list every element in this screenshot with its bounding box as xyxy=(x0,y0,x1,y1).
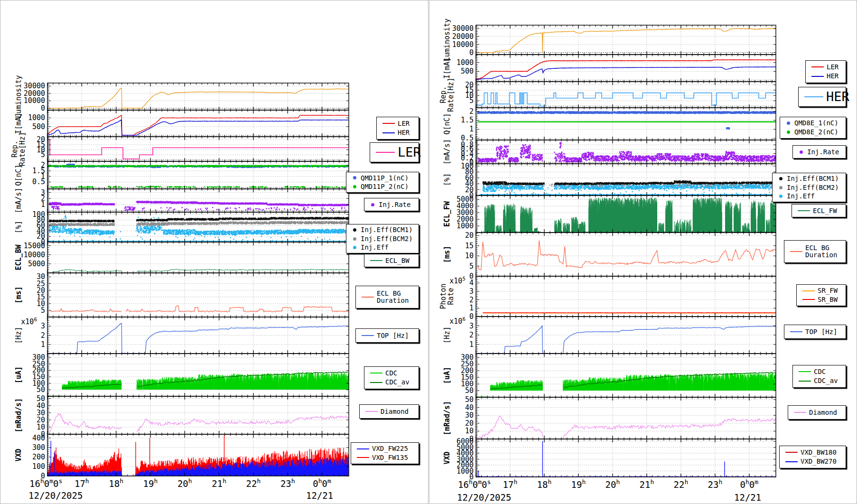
legend-marker-vxd-bw270 xyxy=(785,461,798,462)
legend-marker-ler xyxy=(811,66,824,67)
subplot-left-rep-rate: 5101520Rep.Rate[Hz] xyxy=(10,132,349,166)
legend-marker-cdc xyxy=(799,371,811,372)
ytick-label: 2 xyxy=(469,107,474,116)
legend-marker-inj-eff xyxy=(353,246,356,249)
legend-label: QMD8E_1(nC) xyxy=(794,120,838,127)
scatter-inj-rate xyxy=(49,201,349,210)
legend-marker-sr-bw xyxy=(802,299,815,300)
legend-item: Diamond xyxy=(362,408,417,415)
legend-label: HER xyxy=(827,73,838,80)
legend-marker-sr-fw xyxy=(802,290,815,291)
legend-marker-inj-eff xyxy=(779,195,782,198)
legend-label: CDC xyxy=(385,370,397,377)
ylabel-vxd: VXD xyxy=(14,448,23,461)
trace-rep-rate xyxy=(476,93,776,106)
legend-marker-diamond xyxy=(794,412,806,413)
legend-marker-her xyxy=(811,76,824,77)
ylabel-rep-rate: Rate[Hz] xyxy=(447,77,455,112)
ytick-label: 30000 xyxy=(452,24,474,33)
legend-right-qmd: QMD8E_1(nC)QMD8E_2(nC) xyxy=(780,117,846,139)
subplot-left-inj-rate: 123[mA/s] xyxy=(14,187,349,213)
trace-Diamond xyxy=(476,416,776,439)
ylabel-inj-rate: [mA/s] xyxy=(443,139,451,165)
series-right-diamond xyxy=(476,416,776,439)
legend-marker-vxd-fw135 xyxy=(357,457,369,458)
trace-ECL_BW xyxy=(53,269,349,272)
legend-label: HER xyxy=(826,90,849,103)
legend-item: Diamond xyxy=(790,409,844,416)
subplot-right-diamond: 01020304050[mRad/s] xyxy=(443,395,776,443)
legend-label: QMD11P_2(nC) xyxy=(361,183,409,190)
legend-right-inj-eff: Inj.Eff(BCM1)Inj.Eff(BCM2)Inj.Eff xyxy=(772,173,846,202)
legend-label: VXD_FW135 xyxy=(372,454,408,461)
ylabel-current: I[mA] xyxy=(443,57,451,79)
ylabel-ecl-bg-duration: [ms] xyxy=(14,286,23,303)
legend-marker-ler xyxy=(382,123,395,124)
legend-item: ECL BGDuration xyxy=(786,244,844,258)
svg-text:22h: 22h xyxy=(674,478,689,490)
legend-left-ecl-bw: ECL_BW xyxy=(364,254,419,267)
ytick-label: 30 xyxy=(37,272,45,281)
legend-item: QMD11P_2(nC) xyxy=(348,183,417,190)
subplot-right-top-rate: 123[Hz]x106 xyxy=(443,316,776,354)
date-label-end-right-panel: 12/21 xyxy=(734,492,761,503)
ylabel-top-rate: [Hz] xyxy=(14,327,23,344)
series-left-ecl-bw xyxy=(53,269,349,272)
legend-right-cdc: CDCCDC_av xyxy=(792,365,846,388)
legend-item: VXD_BW270 xyxy=(782,458,844,465)
ytick-label: 2 xyxy=(469,296,474,304)
series-left-rep-rate xyxy=(47,140,349,159)
axis-scale-note: x106 xyxy=(21,317,37,326)
subplot-right-inj-eff: 020406080100[%] xyxy=(443,162,776,200)
legend-label: Inj.Eff xyxy=(361,244,389,251)
subplot-right-ecl-fw: 10002000300040005000ECL_FW xyxy=(443,195,776,233)
ytick-label: 3 xyxy=(469,287,474,296)
ytick-label: 10 xyxy=(465,427,474,435)
legend-marker-cdc-av xyxy=(370,382,382,383)
legend-item: LER xyxy=(379,120,417,127)
legend-item: CDC xyxy=(795,368,844,375)
series-left-inj-rate xyxy=(49,201,349,210)
ylabel-ecl-bg-duration: [ms] xyxy=(443,246,451,263)
ytick-label: 200 xyxy=(32,453,45,461)
legend-marker-top-hz- xyxy=(790,331,802,332)
legend-label: Inj.Eff(BCM2) xyxy=(361,235,413,243)
subplot-right-photon-rate: 01234PhotonRatex105 xyxy=(439,276,776,321)
legend-marker-ecl-bg xyxy=(362,297,374,298)
ylabel-current: I[mA] xyxy=(14,112,23,134)
legend-label: VXD_FW225 xyxy=(372,445,408,452)
legend-marker-cdc xyxy=(370,373,382,373)
svg-text:16h0m0s: 16h0m0s xyxy=(458,478,491,490)
ytick-label: 3 xyxy=(41,322,45,330)
legend-marker-qmd11p-1-nc- xyxy=(353,176,356,179)
legend-left-inj-rate: Inj.Rate xyxy=(364,198,419,211)
legend-marker-qmd8e-1-nc- xyxy=(787,121,790,125)
ytick-label: 1 xyxy=(41,340,45,349)
scatter-inj-eff-bcm2 xyxy=(49,222,349,226)
ytick-label: 10000 xyxy=(24,251,45,259)
legend-item: Inj.Eff(BCM2) xyxy=(774,184,844,191)
ylabel-ecl-fw: ECL_FW xyxy=(443,201,451,227)
date-label-end-left-panel: 12/21 xyxy=(306,490,333,501)
ytick-label: 10 xyxy=(465,252,474,260)
series-right-ecl-bg-duration xyxy=(478,240,776,270)
svg-text:19h: 19h xyxy=(571,478,586,490)
series-right-inj-eff xyxy=(479,181,776,195)
ylabel-rep-rate: Rate[Hz] xyxy=(18,132,27,166)
legend-item: QMD8E_2(nC) xyxy=(782,129,844,136)
svg-text:21h: 21h xyxy=(212,477,226,489)
axis-scale-note: x106 xyxy=(449,316,466,326)
background-monitor-page: 0100002000030000Luminosity5001000I[mA]51… xyxy=(0,0,857,504)
legend-marker-inj-rate xyxy=(800,150,803,154)
legend-item: Inj.Eff(BCM2) xyxy=(348,235,417,243)
legend-marker-qmd11p-2-nc- xyxy=(353,185,356,188)
ytick-label: 5 xyxy=(469,262,474,271)
svg-text:19h: 19h xyxy=(143,477,158,489)
ytick-label: 20000 xyxy=(452,32,474,41)
legend-item: Inj.Rate xyxy=(366,201,417,208)
date-label-start-left-panel: 12/20/2025 xyxy=(28,490,83,501)
legend-marker-diamond xyxy=(365,411,378,412)
subplot-left-charge: 0.511.52Q[nC] xyxy=(14,161,349,189)
legend-label: Inj.Eff(BCM1) xyxy=(787,175,839,182)
legend-right-inj-rate: Inj.Rate xyxy=(792,145,846,159)
